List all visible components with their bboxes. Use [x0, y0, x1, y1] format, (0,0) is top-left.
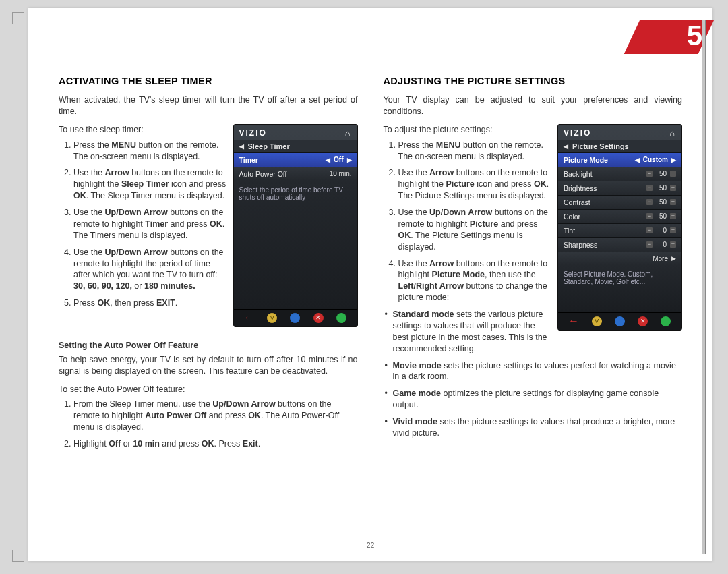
step-text: Use the Up/Down Arrow buttons on the rem… — [398, 207, 560, 253]
home-icon: ⌂ — [345, 128, 352, 138]
back-icon: ← — [244, 313, 254, 323]
right-column: ADJUSTING THE PICTURE SETTINGS Your TV d… — [384, 76, 683, 455]
blue-button-icon — [290, 313, 300, 323]
left-intro: When activated, the TV's sleep timer wil… — [59, 94, 358, 117]
tv-row-color: Color −50+ — [558, 209, 681, 223]
chapter-number: 5 — [687, 20, 702, 52]
tv-row-brightness: Brightness −50+ — [558, 181, 681, 195]
tv-menu: VIZIO ⌂ ◀ Sleep Timer Timer ◀ Off ▶ Auto… — [233, 124, 358, 327]
tv-row-tint: Tint −0+ — [558, 223, 681, 237]
back-caret-icon: ◀ — [239, 143, 244, 150]
tv-row-more: More ▶ — [558, 252, 681, 265]
tv-brand: VIZIO — [564, 128, 591, 138]
right-heading: ADJUSTING THE PICTURE SETTINGS — [384, 76, 683, 86]
tv-row-sharpness: Sharpness −0+ — [558, 237, 681, 252]
step-text: Use the Up/Down Arrow buttons on the rem… — [73, 247, 235, 293]
yellow-button-icon: V — [267, 313, 277, 323]
manual-page: 5 ACTIVATING THE SLEEP TIMER When activa… — [28, 8, 712, 561]
tv-row-autopoweroff: Auto Power Off 10 min. — [234, 167, 357, 181]
mode-text: Movie mode sets the picture settings to … — [393, 360, 683, 383]
sleep-timer-screenshot: VIZIO ⌂ ◀ Sleep Timer Timer ◀ Off ▶ Auto… — [233, 124, 358, 327]
crop-mark-bl — [12, 550, 24, 562]
tv-crumb: Picture Settings — [572, 142, 629, 150]
tv-brand: VIZIO — [239, 128, 267, 138]
page-number: 22 — [367, 541, 375, 549]
left-sub-steps: From the Sleep Timer menu, use the Up/Do… — [59, 399, 358, 450]
right-intro: Your TV display can be adjusted to suit … — [384, 94, 683, 117]
step-text: Press the MENU button on the remote. The… — [73, 140, 235, 163]
tv-hint: Select the period of time before TV shut… — [234, 181, 357, 309]
tv-hint: Select Picture Mode. Custom, Standard, M… — [558, 265, 681, 312]
home-icon: ⌂ — [669, 128, 676, 138]
left-sub-heading: Setting the Auto Power Off Feature — [59, 341, 358, 350]
tv-menu: VIZIO ⌂ ◀ Picture Settings Picture Mode … — [557, 124, 682, 331]
crop-mark-tl — [12, 12, 24, 24]
green-button-icon — [336, 313, 346, 323]
step-text: Highlight Off or 10 min and press OK. Pr… — [73, 438, 358, 450]
step-text: Use the Up/Down Arrow buttons on the rem… — [73, 207, 235, 241]
step-text: Use the Arrow buttons on the remote to h… — [73, 167, 235, 202]
mode-text: Game mode optimizes the picture settings… — [393, 388, 683, 411]
tv-crumb: Sleep Timer — [248, 142, 290, 150]
step-text: Use the Arrow buttons on the remote to h… — [398, 258, 560, 304]
tv-row-contrast: Contrast −50+ — [558, 195, 681, 209]
step-text: Use the Arrow buttons on the remote to h… — [398, 167, 560, 202]
red-button-icon: ✕ — [313, 313, 324, 323]
back-caret-icon: ◀ — [564, 143, 568, 150]
tv-row-backlight: Backlight −50+ — [558, 167, 681, 181]
mode-text: Standard mode sets the various picture s… — [393, 309, 548, 355]
tv-button-bar: ← V ✕ — [234, 309, 357, 326]
mode-text: Vivid mode sets the picture settings to … — [393, 416, 683, 439]
gutter-mark — [702, 20, 706, 554]
left-sub-intro: To help save energy, your TV is set by d… — [59, 354, 358, 377]
tv-row-timer: Timer ◀ Off ▶ — [234, 152, 357, 167]
picture-settings-screenshot: VIZIO ⌂ ◀ Picture Settings Picture Mode … — [557, 124, 682, 331]
left-sub-lead: To set the Auto Power Off feature: — [59, 384, 358, 395]
left-column: ACTIVATING THE SLEEP TIMER When activate… — [59, 76, 358, 455]
tv-row-picture-mode: Picture Mode ◀ Custom ▶ — [558, 152, 681, 167]
left-heading: ACTIVATING THE SLEEP TIMER — [59, 76, 358, 86]
step-text: From the Sleep Timer menu, use the Up/Do… — [73, 399, 358, 433]
picture-modes-list: Standard mode sets the various picture s… — [384, 309, 683, 439]
step-text: Press the MENU button on the remote. The… — [398, 140, 560, 163]
